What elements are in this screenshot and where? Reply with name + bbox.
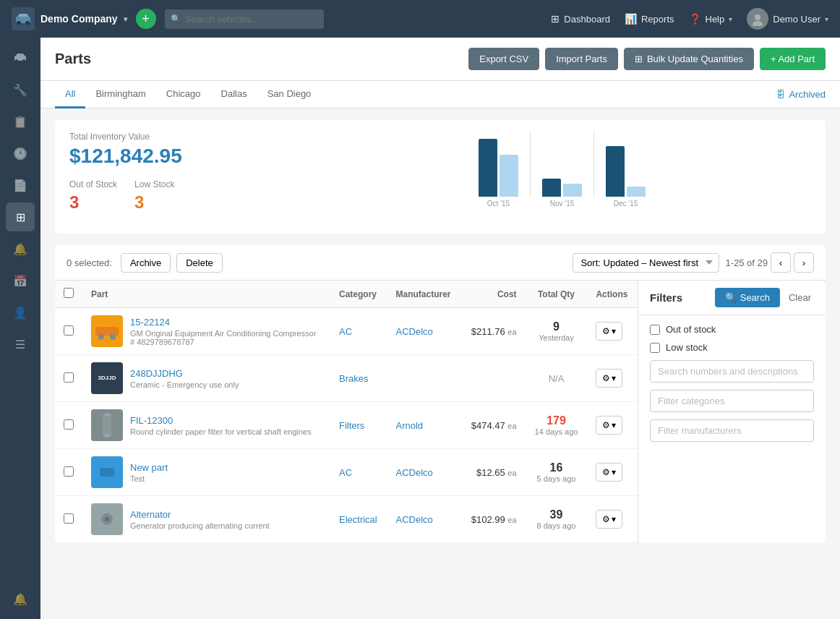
col-actions: Actions xyxy=(587,281,638,308)
stats-bottom: Out of Stock 3 Low Stock 3 xyxy=(69,179,479,213)
search-icon-filter: 🔍 xyxy=(725,292,737,303)
tab-chicago[interactable]: Chicago xyxy=(156,81,211,108)
parts-table-section: Part Category Manufacturer Cost Total Qt… xyxy=(55,281,638,543)
row-checkbox-4[interactable] xyxy=(64,466,74,477)
search-numbers-input[interactable] xyxy=(650,360,814,383)
select-all-checkbox[interactable] xyxy=(64,288,74,298)
out-of-stock-checkbox[interactable] xyxy=(650,325,660,335)
add-part-button[interactable]: + Add Part xyxy=(760,48,826,70)
sort-select[interactable]: Sort: Updated – Newest first xyxy=(573,253,719,273)
page-actions: Export CSV Import Parts ⊞ Bulk Update Qu… xyxy=(468,48,826,70)
qty-cell-5: 39 8 days ago xyxy=(526,496,588,543)
col-manufacturer: Manufacturer xyxy=(387,281,460,308)
manufacturer-link-1[interactable]: ACDelco xyxy=(395,326,432,337)
row-checkbox-2[interactable] xyxy=(64,372,74,383)
user-chevron: ▾ xyxy=(825,15,828,23)
chart-bar-oct-light xyxy=(500,155,518,197)
cost-unit-5: ea xyxy=(507,516,516,524)
part-number-4[interactable]: New part xyxy=(130,462,168,473)
sidebar-item-person[interactable]: 👤 xyxy=(6,298,35,327)
filter-categories-input[interactable] xyxy=(650,390,814,412)
manufacturer-link-3[interactable]: Arnold xyxy=(395,420,423,431)
tab-dallas[interactable]: Dallas xyxy=(211,81,257,108)
sidebar-item-document[interactable]: 📄 xyxy=(6,171,35,200)
low-stock-filter[interactable]: Low stock xyxy=(650,342,814,353)
user-nav[interactable]: Demo User ▾ xyxy=(747,8,828,30)
cost-cell-3: $474.47 ea xyxy=(461,402,526,449)
filter-clear-button[interactable]: Clear xyxy=(786,288,814,307)
cost-val-5: $102.99 xyxy=(471,514,505,525)
out-of-stock-filter[interactable]: Out of stock xyxy=(650,324,814,335)
manufacturer-link-4[interactable]: ACDelco xyxy=(395,467,432,478)
reports-nav[interactable]: 📊 Reports xyxy=(625,13,674,25)
export-csv-button[interactable]: Export CSV xyxy=(468,48,539,70)
sidebar-item-grid[interactable]: ⊞ xyxy=(6,202,35,231)
archive-button[interactable]: Archive xyxy=(121,253,171,273)
col-qty: Total Qty xyxy=(526,281,588,308)
part-number-2[interactable]: 248DJJDHG xyxy=(130,368,239,379)
tab-san-diego[interactable]: San Diego xyxy=(257,81,322,108)
reports-icon: 📊 xyxy=(625,13,637,25)
action-btn-4[interactable]: ⚙ ▾ xyxy=(596,463,622,482)
qty-na-2: N/A xyxy=(549,373,565,384)
action-btn-1[interactable]: ⚙ ▾ xyxy=(596,322,622,341)
category-link-5[interactable]: Electrical xyxy=(339,514,377,525)
sidebar-item-clock[interactable]: 🕐 xyxy=(6,139,35,168)
archived-button[interactable]: 🗄 Archived xyxy=(776,83,826,106)
category-link-1[interactable]: AC xyxy=(339,326,352,337)
filter-search-button[interactable]: 🔍 Search xyxy=(715,288,780,307)
vehicle-search-input[interactable] xyxy=(165,9,324,29)
next-page-button[interactable]: › xyxy=(794,252,814,273)
table-filters-container: 0 selected: Archive Delete Sort: Updated… xyxy=(55,245,826,543)
action-btn-5[interactable]: ⚙ ▾ xyxy=(596,510,622,529)
filter-manufacturers-input[interactable] xyxy=(650,419,814,442)
svg-point-10 xyxy=(110,334,116,340)
help-nav[interactable]: ❓ Help ▾ xyxy=(689,13,733,25)
manufacturer-link-5[interactable]: ACDelco xyxy=(395,514,432,525)
row-checkbox-1[interactable] xyxy=(64,325,74,336)
tab-all[interactable]: All xyxy=(55,81,85,108)
sidebar-item-bell[interactable]: 🔔 xyxy=(6,234,35,263)
tab-birmingham[interactable]: Birmingham xyxy=(85,81,155,108)
bulk-update-button[interactable]: ⊞ Bulk Update Quantities xyxy=(624,48,754,70)
dashboard-nav[interactable]: ⊞ Dashboard xyxy=(551,13,610,25)
part-desc-3: Round cylinder paper filter for vertical… xyxy=(130,427,312,436)
sidebar-item-wrench[interactable]: 🔧 xyxy=(6,75,35,104)
qty-when-4: 5 days ago xyxy=(534,474,579,483)
part-number-5[interactable]: Alternator xyxy=(130,509,270,520)
add-btn[interactable]: + xyxy=(136,9,156,29)
nav-brand[interactable]: Demo Company ▾ xyxy=(12,7,127,30)
sidebar-item-car[interactable] xyxy=(6,43,35,72)
app-body: 🔧 📋 🕐 📄 ⊞ 🔔 📅 👤 ☰ 🔔 Parts Export CSV Imp… xyxy=(0,38,840,619)
row-checkbox-5[interactable] xyxy=(64,513,74,524)
search-wrap: 🔍 xyxy=(165,9,324,29)
sidebar-item-calendar[interactable]: 📅 xyxy=(6,266,35,295)
content-area: Total Inventory Value $121,842.95 Out of… xyxy=(40,108,840,619)
category-link-3[interactable]: Filters xyxy=(339,420,364,431)
prev-page-button[interactable]: ‹ xyxy=(771,252,791,273)
row-checkbox-3[interactable] xyxy=(64,419,74,430)
qty-cell-4: 16 5 days ago xyxy=(526,449,588,496)
sidebar-item-book[interactable]: 📋 xyxy=(6,107,35,136)
chart-bar-nov-dark xyxy=(542,179,561,197)
chart-label-nov: Nov '15 xyxy=(542,200,582,208)
part-desc-1: GM Original Equipment Air Conditioning C… xyxy=(130,329,316,338)
pagination: 1-25 of 29 ‹ › xyxy=(725,252,814,273)
part-details-2: 248DJJDHG Ceramic - Emergency use only xyxy=(130,368,239,389)
sidebar-item-list[interactable]: ☰ xyxy=(6,330,35,359)
parts-table: Part Category Manufacturer Cost Total Qt… xyxy=(55,281,638,543)
action-btn-3[interactable]: ⚙ ▾ xyxy=(596,416,622,435)
part-number-1[interactable]: 15-22124 xyxy=(130,317,316,328)
help-chevron: ▾ xyxy=(729,15,732,23)
import-parts-button[interactable]: Import Parts xyxy=(545,48,618,70)
action-btn-2[interactable]: ⚙ ▾ xyxy=(596,369,622,388)
sidebar-item-alert[interactable]: 🔔 xyxy=(6,584,35,613)
low-stock-checkbox[interactable] xyxy=(650,343,660,353)
part-number-3[interactable]: FIL-12300 xyxy=(130,415,312,426)
delete-button[interactable]: Delete xyxy=(176,253,223,273)
category-link-4[interactable]: AC xyxy=(339,467,352,478)
qty-val-4: 16 xyxy=(534,461,579,474)
stats-left: Total Inventory Value $121,842.95 Out of… xyxy=(69,132,479,222)
tabs-row: All Birmingham Chicago Dallas San Diego … xyxy=(40,81,840,108)
category-link-2[interactable]: Brakes xyxy=(339,373,368,384)
